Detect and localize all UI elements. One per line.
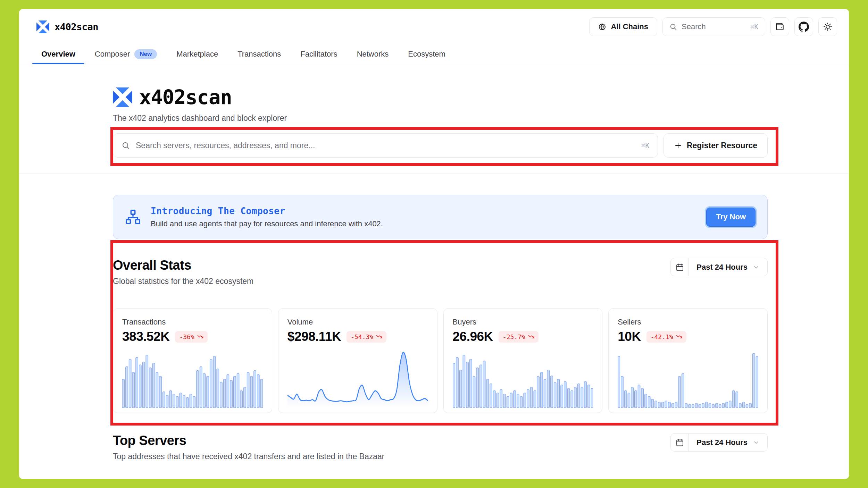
tab-facilitators-label: Facilitators [300,50,337,59]
wallet-icon [775,22,784,31]
github-button[interactable] [794,17,813,36]
tab-ecosystem-label: Ecosystem [408,50,445,59]
stat-change-badge: -25.7% [499,331,539,343]
try-now-button[interactable]: Try Now [706,208,756,227]
overall-stats-subtitle: Global statistics for the x402 ecosystem [113,277,253,286]
top-servers-subtitle: Top addresses that have received x402 tr… [113,452,384,461]
main-search-box[interactable]: ⌘K [113,133,658,158]
tab-networks-label: Networks [357,50,389,59]
stat-card-volume: Volume $298.11K -54.3% [278,308,437,413]
tab-overview[interactable]: Overview [32,44,85,64]
composer-banner-subtitle: Build and use agents that pay for resour… [151,219,383,228]
hero-logo-icon [113,87,132,107]
stat-change-badge: -36% [175,331,207,343]
sparkline-chart-buyers [453,348,593,408]
x402scan-logo-icon [36,20,49,33]
globe-icon [598,23,606,31]
top-servers-header: Top Servers Top addresses that have rece… [113,433,768,461]
tab-overview-label: Overview [41,50,75,59]
header-search-label: Search [682,22,706,31]
chevron-down-icon [753,439,760,446]
range-select[interactable]: Past 24 Hours [688,433,768,452]
tab-facilitators[interactable]: Facilitators [291,44,347,64]
header-search-shortcut: ⌘K [750,23,758,31]
composer-network-icon [125,209,141,225]
register-resource-label: Register Resource [687,141,757,150]
stat-label: Transactions [122,318,263,327]
search-icon [669,23,677,31]
overall-stats-header: Overall Stats Global statistics for the … [113,258,768,286]
sparkline-chart-volume [287,348,428,408]
range-select-value: Past 24 Hours [696,263,748,272]
trending-down-icon [676,334,682,340]
tab-networks[interactable]: Networks [347,44,399,64]
overall-stats-title: Overall Stats [113,258,253,273]
stat-card-buyers: Buyers 26.96K -25.7% [443,308,603,413]
primary-nav: Overview ComposerNew Marketplace Transac… [19,44,849,64]
header-actions: All Chains Search ⌘K [589,17,837,36]
all-chains-label: All Chains [611,22,648,31]
stat-value: $298.11K [287,329,341,344]
brand-name: x402scan [55,22,98,32]
github-icon [799,22,809,32]
hero-section: x402scan The x402 analytics dashboard an… [113,64,768,158]
stat-value: 10K [618,329,641,344]
sparkline-chart-transactions [122,348,263,408]
trending-down-icon [376,334,382,340]
stat-card-sellers: Sellers 10K -42.1% [608,308,768,413]
servers-range-control: Past 24 Hours [670,433,768,452]
page-title: x402scan [139,86,232,109]
top-servers-title: Top Servers [113,433,384,448]
new-badge: New [134,49,157,59]
stat-card-transactions: Transactions 383.52K -36% [113,308,272,413]
composer-banner: Introducing The Composer Build and use a… [113,195,768,239]
trending-down-icon [197,334,203,340]
composer-banner-text: Introducing The Composer Build and use a… [151,206,383,228]
sun-icon [823,22,832,31]
stat-change-badge: -54.3% [347,331,386,343]
tab-marketplace-label: Marketplace [176,50,218,59]
stat-value: 26.96K [453,329,493,344]
tab-ecosystem[interactable]: Ecosystem [398,44,455,64]
calendar-button[interactable] [670,433,689,452]
range-select[interactable]: Past 24 Hours [688,258,768,276]
all-chains-button[interactable]: All Chains [589,17,657,36]
main-search-input[interactable] [136,141,635,150]
stat-cards: Transactions 383.52K -36% Volume $298.11… [113,308,768,413]
calendar-icon [676,438,684,447]
stat-label: Buyers [453,318,593,327]
stat-change-badge: -42.1% [646,331,686,343]
tab-transactions-label: Transactions [237,50,281,59]
chevron-down-icon [753,264,760,271]
header-search-button[interactable]: Search ⌘K [662,17,765,36]
section-divider [19,174,849,174]
calendar-button[interactable] [670,258,689,276]
app-header: x402scan All Chains Search ⌘K [19,9,849,44]
register-resource-button[interactable]: Register Resource [663,133,768,158]
theme-toggle-button[interactable] [818,17,837,36]
calendar-icon [676,263,684,271]
brand[interactable]: x402scan [36,20,98,33]
stat-label: Sellers [618,318,758,327]
tab-composer[interactable]: ComposerNew [85,44,167,64]
plus-icon [674,141,682,150]
search-icon [122,141,130,150]
main-search-shortcut: ⌘K [641,142,649,149]
app-window: x402scan All Chains Search ⌘K [19,9,849,479]
trending-down-icon [528,334,534,340]
tab-transactions[interactable]: Transactions [228,44,291,64]
wallet-button[interactable] [770,17,789,36]
tab-marketplace[interactable]: Marketplace [167,44,228,64]
stats-range-control: Past 24 Hours [670,258,768,276]
range-select-value: Past 24 Hours [696,438,748,447]
composer-banner-title: Introducing The Composer [151,206,383,216]
stat-label: Volume [287,318,428,327]
tab-composer-label: Composer [95,50,130,59]
sparkline-chart-sellers [618,348,758,408]
page-subtitle: The x402 analytics dashboard and block e… [113,113,768,123]
stat-value: 383.52K [122,329,169,344]
